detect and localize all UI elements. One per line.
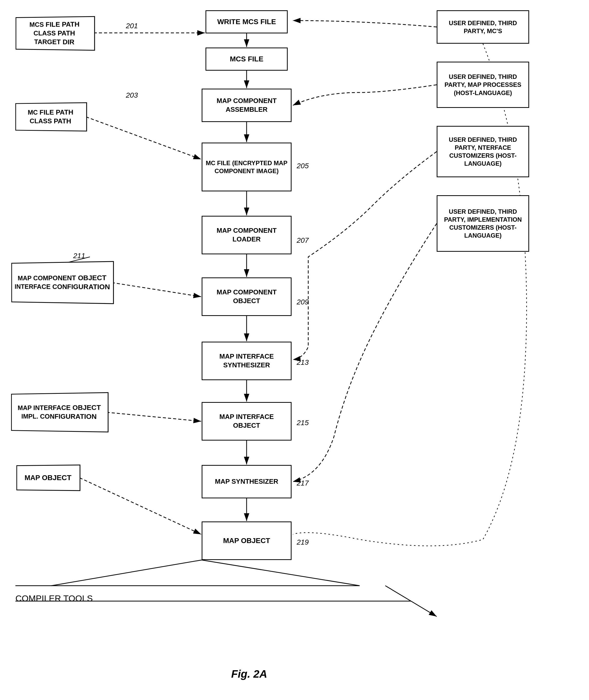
label-207: 207 [297,236,309,244]
label-217: 217 [297,479,309,487]
fig-caption: Fig. 2A [231,668,267,680]
mcs-file-box: MCS FILE [205,47,288,71]
user-map-processes-box: USER DEFINED, THIRD PARTY, MAP PROCESSES… [437,62,529,108]
user-mcs-label: USER DEFINED, THIRD PARTY, MC'S [440,19,526,35]
user-map-processes-label: USER DEFINED, THIRD PARTY, MAP PROCESSES… [440,73,526,97]
mc-file-box: MC FILE (ENCRYPTED MAP COMPONENT IMAGE) [202,143,291,191]
label-203: 203 [126,91,138,100]
user-impl-customizers-box: USER DEFINED, THIRD PARTY, IMPLEMENTATIO… [437,195,529,252]
mc-file-path-label: MC FILE PATH CLASS PATH [28,108,73,126]
user-impl-customizers-label: USER DEFINED, THIRD PARTY, IMPLEMENTATIO… [440,207,526,240]
svg-line-20 [385,586,411,601]
label-209: 209 [297,298,309,306]
label-215: 215 [297,419,309,427]
compiler-tools-label: COMPILER TOOLS [15,593,93,603]
map-component-loader-box: MAP COMPONENT LOADER [202,216,291,254]
svg-line-18 [51,560,202,586]
label-205: 205 [297,162,309,170]
user-mcs-box: USER DEFINED, THIRD PARTY, MC'S [437,10,529,44]
map-component-object-label: MAP COMPONENT OBJECT [205,288,288,306]
write-mcs-file-box: WRITE MCS FILE [205,10,288,33]
map-object-box: MAP OBJECT [202,521,291,560]
map-component-loader-label: MAP COMPONENT LOADER [205,226,288,244]
map-synthesizer-label: MAP SYNTHESIZER [215,477,278,486]
map-component-object-interface-config-label: MAP COMPONENT OBJECT INTERFACE CONFIGURA… [14,274,110,292]
map-synthesizer-box: MAP SYNTHESIZER [202,465,291,498]
map-interface-synthesizer-box: MAP INTERFACE SYNTHESIZER [202,342,291,380]
mcs-file-label: MCS FILE [230,54,263,64]
svg-line-12 [86,117,201,159]
svg-line-21 [411,601,437,617]
map-object-left-box: MAP OBJECT [16,465,80,491]
map-object-label: MAP OBJECT [223,536,270,545]
map-interface-object-box: MAP INTERFACE OBJECT [202,402,291,441]
label-211: 211 [73,252,85,260]
map-component-object-interface-config-box: MAP COMPONENT OBJECT INTERFACE CONFIGURA… [11,261,114,304]
user-interface-customizers-box: USER DEFINED, THIRD PARTY, NTERFACE CUST… [437,126,529,177]
label-213: 213 [297,358,309,367]
diagram-container: WRITE MCS FILE MCS FILE MAP COMPONENT AS… [0,0,589,700]
svg-line-14 [107,412,201,421]
label-201: 201 [126,22,138,30]
map-interface-object-label: MAP INTERFACE OBJECT [205,412,288,430]
user-interface-customizers-label: USER DEFINED, THIRD PARTY, NTERFACE CUST… [440,136,526,168]
mcs-file-path-label: MCS FILE PATH CLASS PATH TARGET DIR [29,20,79,47]
mc-file-label: MC FILE (ENCRYPTED MAP COMPONENT IMAGE) [205,159,288,175]
mc-file-path-box: MC FILE PATH CLASS PATH [15,102,87,131]
map-component-assembler-label: MAP COMPONENT ASSEMBLER [205,97,288,114]
label-219: 219 [297,538,309,546]
svg-line-13 [112,283,201,297]
map-interface-object-impl-config-label: MAP INTERFACE OBJECT IMPL. CONFIGURATION [14,403,105,421]
mcs-file-path-box: MCS FILE PATH CLASS PATH TARGET DIR [16,16,95,51]
map-object-left-label: MAP OBJECT [25,473,71,483]
map-interface-synthesizer-label: MAP INTERFACE SYNTHESIZER [205,352,288,370]
map-component-object-box: MAP COMPONENT OBJECT [202,278,291,316]
map-interface-object-impl-config-box: MAP INTERFACE OBJECT IMPL. CONFIGURATION [11,392,109,432]
svg-line-19 [202,560,360,586]
map-component-assembler-box: MAP COMPONENT ASSEMBLER [202,89,291,122]
svg-line-15 [79,478,201,534]
write-mcs-file-label: WRITE MCS FILE [217,17,276,26]
